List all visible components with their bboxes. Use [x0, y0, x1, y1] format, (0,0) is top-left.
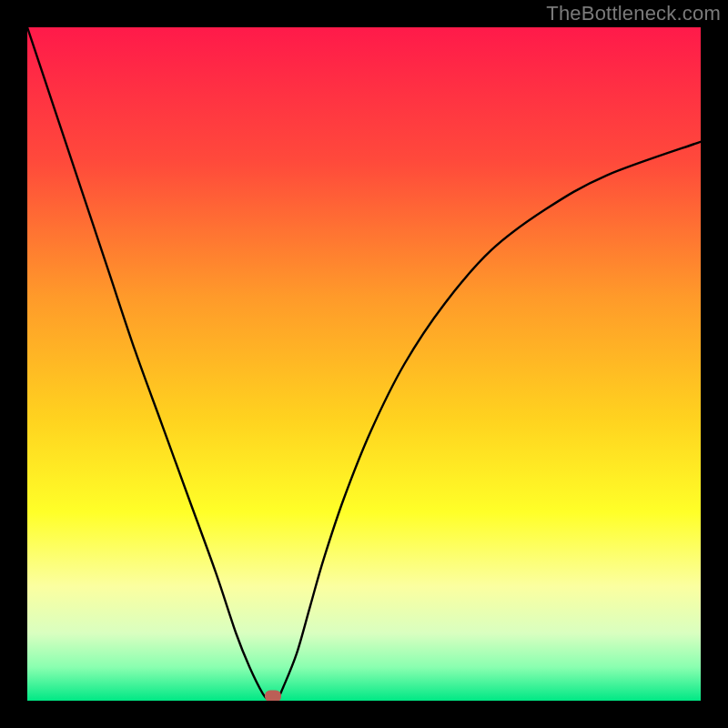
plot-area: [27, 27, 701, 701]
bottleneck-curve: [27, 27, 701, 701]
chart-frame: TheBottleneck.com: [0, 0, 728, 728]
watermark-text: TheBottleneck.com: [546, 2, 721, 25]
optimal-point-marker: [265, 691, 281, 702]
